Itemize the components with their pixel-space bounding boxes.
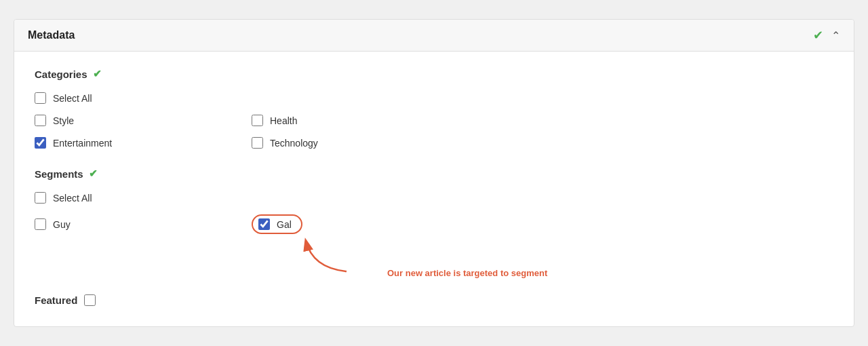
categories-title: Categories ✔	[35, 68, 833, 80]
segment-guy-label[interactable]: Guy	[53, 219, 71, 230]
panel-header: Metadata ✔ ⌃	[14, 20, 854, 52]
segment-gal-checkbox[interactable]	[258, 218, 270, 230]
categories-section: Categories ✔ Select All Style	[35, 68, 833, 151]
segment-gal-label[interactable]: Gal	[277, 219, 292, 230]
annotation-text: Our new article is targeted to segment	[387, 268, 547, 278]
category-health-row: Health	[252, 112, 833, 129]
panel-title: Metadata	[28, 29, 75, 41]
category-select-all-checkbox[interactable]	[35, 92, 46, 104]
category-style-checkbox[interactable]	[35, 115, 46, 126]
panel-body: Categories ✔ Select All Style	[14, 52, 854, 326]
categories-grid: Select All Style Health Entertainmen	[35, 90, 833, 151]
category-health-checkbox[interactable]	[252, 115, 263, 126]
segment-guy-checkbox[interactable]	[35, 218, 46, 230]
metadata-panel: Metadata ✔ ⌃ Categories ✔ Select All	[14, 19, 854, 327]
gal-highlight-container: Gal	[252, 214, 302, 234]
segment-select-all-row: Select All	[35, 189, 252, 206]
segment-gal-row: Gal	[252, 212, 833, 237]
category-select-all-row: Select All	[35, 90, 252, 107]
category-style-label[interactable]: Style	[53, 115, 74, 126]
category-entertainment-label[interactable]: Entertainment	[53, 138, 112, 149]
segments-section: Segments ✔ Select All Guy	[35, 168, 833, 278]
category-technology-row: Technology	[252, 134, 833, 151]
category-health-label[interactable]: Health	[270, 115, 297, 126]
featured-row: Featured	[35, 294, 833, 306]
categories-label: Categories	[35, 69, 87, 80]
featured-label: Featured	[35, 294, 77, 306]
category-entertainment-row: Entertainment	[35, 134, 252, 151]
category-entertainment-checkbox[interactable]	[35, 137, 46, 149]
category-style-row: Style	[35, 112, 252, 129]
category-technology-label[interactable]: Technology	[270, 138, 318, 149]
annotation-area: Our new article is targeted to segment	[258, 241, 833, 278]
segments-label: Segments	[35, 168, 83, 180]
header-icons: ✔ ⌃	[813, 28, 840, 43]
segment-select-all-checkbox[interactable]	[35, 192, 46, 204]
header-collapse-icon[interactable]: ⌃	[831, 29, 840, 42]
segments-grid: Select All Guy Gal	[35, 189, 833, 237]
category-select-all-label[interactable]: Select All	[53, 93, 92, 104]
category-technology-checkbox[interactable]	[252, 137, 263, 149]
segments-check-icon: ✔	[89, 168, 98, 180]
segment-guy-row: Guy	[35, 216, 252, 233]
segments-title: Segments ✔	[35, 168, 833, 180]
segment-select-all-label[interactable]: Select All	[53, 193, 92, 204]
featured-checkbox[interactable]	[84, 294, 96, 306]
categories-check-icon: ✔	[93, 68, 102, 80]
annotation-arrow	[299, 234, 353, 275]
header-check-icon: ✔	[813, 28, 823, 43]
